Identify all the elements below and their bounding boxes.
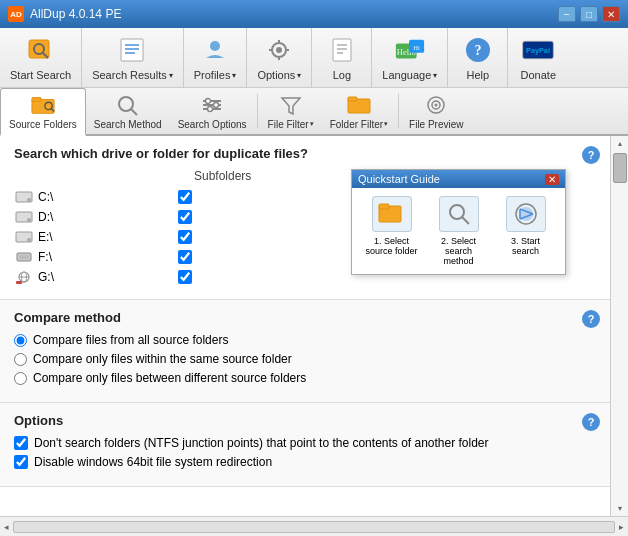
subfolders-header: Subfolders	[194, 169, 251, 183]
quickstart-step2-icon	[439, 196, 479, 232]
scroll-down-arrow[interactable]: ▾	[618, 501, 622, 516]
compare-help-icon[interactable]: ?	[582, 310, 600, 328]
compare-section: Compare method ? Compare files from all …	[0, 300, 610, 403]
compare-same-folder-radio[interactable]	[14, 353, 27, 366]
search-options-label: Search Options	[178, 119, 247, 130]
folder-filter-tab[interactable]: Folder Filter ▾	[322, 88, 396, 134]
source-folders-tab[interactable]: Source Folders	[0, 88, 86, 136]
close-button[interactable]: ✕	[602, 6, 620, 22]
minimize-button[interactable]: −	[558, 6, 576, 22]
main-toolbar: Start Search Search Results ▾ Profiles	[0, 28, 628, 88]
quickstart-close-icon[interactable]: ✕	[545, 174, 559, 185]
svg-rect-41	[348, 97, 357, 101]
main-content: Search which drive or folder for duplica…	[0, 136, 610, 516]
compare-same-folder-row: Compare only files within the same sourc…	[14, 352, 596, 366]
quickstart-step3-icon	[506, 196, 546, 232]
compare-all-folders-row: Compare files from all source folders	[14, 333, 596, 347]
search-results-label: Search Results	[92, 69, 167, 81]
help-button[interactable]: ? Help	[448, 28, 508, 87]
svg-line-60	[462, 217, 469, 224]
log-button[interactable]: Log	[312, 28, 372, 87]
source-section-title: Search which drive or folder for duplica…	[14, 146, 308, 161]
quickstart-guide: Quickstart Guide ✕ 1. Select source f	[351, 169, 566, 275]
drive-f-checkbox[interactable]	[178, 250, 192, 264]
compare-section-title: Compare method	[14, 310, 596, 325]
drive-c-checkbox[interactable]	[178, 190, 192, 204]
svg-rect-28	[32, 98, 41, 102]
compare-all-folders-label: Compare files from all source folders	[33, 333, 228, 347]
search-results-icon	[116, 34, 148, 66]
options-help-icon[interactable]: ?	[582, 413, 600, 431]
ntfs-junction-checkbox[interactable]	[14, 436, 28, 450]
compare-different-folders-row: Compare only files between different sou…	[14, 371, 596, 385]
drive-row-f: F:\	[14, 247, 371, 267]
search-method-icon	[116, 93, 140, 117]
svg-point-9	[276, 47, 282, 53]
svg-point-48	[27, 218, 31, 222]
compare-same-folder-label: Compare only files within the same sourc…	[33, 352, 292, 366]
svg-text:?: ?	[474, 43, 481, 58]
hscroll-left-arrow[interactable]: ◂	[4, 522, 9, 532]
file-filter-tab[interactable]: File Filter ▾	[260, 88, 322, 134]
drive-e-checkbox[interactable]	[178, 230, 192, 244]
maximize-button[interactable]: □	[580, 6, 598, 22]
start-search-button[interactable]: Start Search	[0, 28, 82, 87]
svg-text:Hi: Hi	[413, 44, 420, 51]
profiles-icon	[199, 34, 231, 66]
file-preview-tab[interactable]: File Preview	[401, 88, 471, 134]
drives-list: Subfolders C:\	[14, 169, 371, 287]
svg-point-38	[208, 106, 213, 111]
language-icon: Hello Hi	[394, 34, 426, 66]
search-options-icon	[200, 93, 224, 117]
drive-c-icon	[14, 189, 34, 205]
compare-all-folders-radio[interactable]	[14, 334, 27, 347]
svg-rect-58	[379, 204, 389, 209]
svg-point-59	[450, 205, 464, 219]
horizontal-scrollbar[interactable]	[13, 521, 615, 533]
drive-g-checkbox[interactable]	[178, 270, 192, 284]
help-icon: ?	[462, 34, 494, 66]
drive-row-c: C:\	[14, 187, 371, 207]
options-label: Options	[257, 69, 295, 81]
win64-redirect-checkbox[interactable]	[14, 455, 28, 469]
drive-row-e: E:\	[14, 227, 371, 247]
svg-point-44	[435, 103, 438, 106]
quickstart-step3-label: 3. Start search	[497, 236, 555, 256]
content-area: Search which drive or folder for duplica…	[0, 136, 628, 516]
app-icon: AD	[8, 6, 24, 22]
file-filter-arrow: ▾	[310, 120, 314, 128]
language-button[interactable]: Hello Hi Language ▾	[372, 28, 448, 87]
search-results-button[interactable]: Search Results ▾	[82, 28, 184, 87]
language-arrow: ▾	[433, 71, 437, 80]
scroll-thumb[interactable]	[613, 153, 627, 183]
drive-g-icon	[14, 269, 34, 285]
donate-button[interactable]: PayPal Donate	[508, 28, 568, 87]
sub-toolbar: Source Folders Search Method Search Opti…	[0, 88, 628, 136]
quickstart-step-3: 3. Start search	[497, 196, 555, 266]
search-options-tab[interactable]: Search Options	[170, 88, 255, 134]
svg-point-46	[27, 198, 31, 202]
svg-text:PayPal: PayPal	[526, 46, 550, 55]
source-help-icon[interactable]: ?	[582, 146, 600, 164]
source-folders-label: Source Folders	[9, 119, 77, 130]
profiles-button[interactable]: Profiles ▾	[184, 28, 248, 87]
drive-d-checkbox[interactable]	[178, 210, 192, 224]
search-results-arrow: ▾	[169, 71, 173, 80]
window-controls: − □ ✕	[558, 6, 620, 22]
quickstart-body: 1. Select source folder 2. Select search…	[352, 188, 565, 274]
svg-rect-52	[19, 255, 29, 259]
options-button[interactable]: Options ▾	[247, 28, 312, 87]
right-scrollbar[interactable]: ▴ ▾	[610, 136, 628, 516]
options-arrow: ▾	[297, 71, 301, 80]
drive-d-label: D:\	[38, 210, 88, 224]
quickstart-step1-label: 1. Select source folder	[363, 236, 421, 256]
search-method-tab[interactable]: Search Method	[86, 88, 170, 134]
log-icon	[326, 34, 358, 66]
drives-area: Subfolders C:\	[14, 169, 596, 287]
profiles-label: Profiles	[194, 69, 231, 81]
scroll-up-arrow[interactable]: ▴	[618, 136, 622, 151]
options-section: Options ? Don't search folders (NTFS jun…	[0, 403, 610, 487]
hscroll-right-arrow[interactable]: ▸	[619, 522, 624, 532]
svg-point-36	[206, 98, 211, 103]
compare-different-folders-radio[interactable]	[14, 372, 27, 385]
